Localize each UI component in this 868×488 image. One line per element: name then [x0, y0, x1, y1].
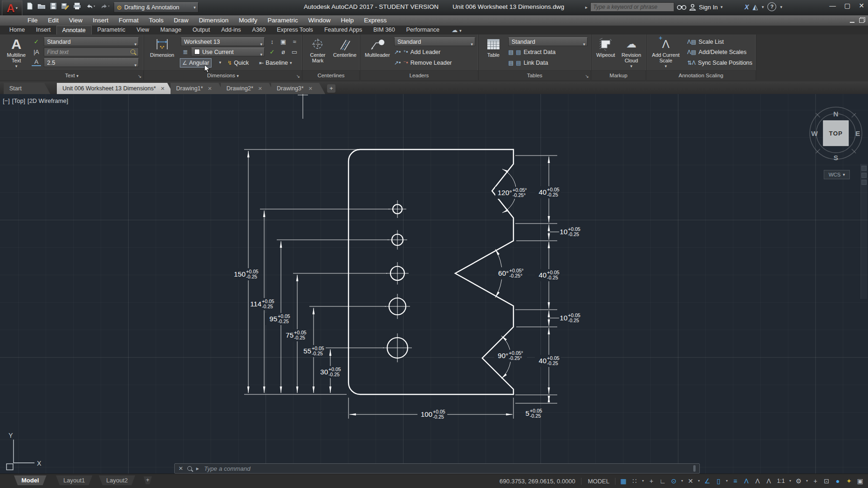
dim-break-icon[interactable]: ▣	[279, 37, 288, 46]
close-icon[interactable]: ✕	[308, 86, 313, 91]
search-input[interactable]	[590, 2, 674, 12]
scale-list-button[interactable]: Λ▤Scale List	[687, 37, 724, 46]
wipeout-button[interactable]: Wipeout	[594, 36, 618, 58]
doc-restore-button[interactable]	[859, 18, 864, 23]
dim-tolerance-icon[interactable]: ✓	[267, 47, 277, 56]
menu-format[interactable]: Format	[114, 15, 144, 26]
tab-parametric[interactable]: Parametric	[92, 26, 131, 34]
multiline-text-button[interactable]: A Multiline Text ▾	[3, 36, 30, 69]
tab-insert[interactable]: Insert	[30, 26, 56, 34]
new-layout-button[interactable]: +	[144, 476, 152, 484]
autoscale-icon[interactable]: Λ	[752, 476, 763, 486]
minimize-button[interactable]: —	[829, 2, 836, 9]
tab-start[interactable]: Start	[4, 83, 50, 94]
scale-menu-icon[interactable]: ▾	[788, 476, 793, 486]
quick-dimension-button[interactable]: ↯Quick	[226, 58, 251, 67]
tab-drawing1[interactable]: Drawing1*✕	[171, 83, 225, 94]
menu-edit[interactable]: Edit	[43, 15, 64, 26]
command-recent-icon[interactable]: ▸	[196, 465, 199, 472]
baseline-dimension-button[interactable]: ⇤Baseline▾	[257, 58, 294, 67]
multileader-style-combo[interactable]: Standard▾	[394, 37, 475, 46]
extract-data-button[interactable]: ▤▤Extract Data	[508, 47, 555, 56]
close-button[interactable]: ✕	[859, 2, 864, 9]
tab-drawing2[interactable]: Drawing2*✕	[221, 83, 275, 94]
tab-annotate[interactable]: Annotate	[56, 26, 92, 34]
dimensions-dialog-launcher-icon[interactable]: ↘	[296, 74, 300, 79]
menu-tools[interactable]: Tools	[144, 15, 169, 26]
model-tab[interactable]: Model	[14, 475, 47, 485]
search-expand-icon[interactable]: ▸	[585, 5, 588, 10]
open-file-icon[interactable]	[37, 2, 46, 10]
polar-menu-icon[interactable]: ▾	[680, 476, 684, 486]
save-as-icon[interactable]	[61, 2, 69, 10]
find-search-icon[interactable]	[130, 49, 135, 54]
tab-addins[interactable]: Add-ins	[216, 26, 246, 34]
save-icon[interactable]	[50, 2, 57, 10]
viewcube-north[interactable]: N	[834, 110, 839, 118]
sync-scale-positions-button[interactable]: ⇅ΛSync Scale Positions	[687, 58, 752, 67]
close-icon[interactable]: ✕	[258, 86, 262, 91]
dim-jog-line-icon[interactable]: ≈	[290, 37, 299, 46]
workspace-switcher[interactable]: ⚙ Drafting & Annotation ▾	[114, 2, 198, 13]
exchange-apps-icon[interactable]: X	[745, 3, 749, 11]
add-current-scale-button[interactable]: Λ+ Add Current Scale ▾	[650, 36, 682, 69]
table-style-combo[interactable]: Standard▾	[508, 37, 588, 46]
menu-dimension[interactable]: Dimension	[194, 15, 234, 26]
spell-check-icon[interactable]: ✓	[32, 37, 41, 46]
isolate-objects-icon[interactable]: ●	[833, 476, 843, 486]
navigation-bar-strip[interactable]	[861, 164, 867, 299]
text-height-combo[interactable]: 2.5▾	[44, 58, 139, 67]
menu-insert[interactable]: Insert	[88, 15, 114, 26]
viewcube[interactable]: N W E S TOP	[810, 107, 862, 162]
centerline-button[interactable]: Centerline	[332, 36, 357, 58]
tab-home[interactable]: Home	[4, 26, 30, 34]
object-snap-tracking-icon[interactable]: ∠	[702, 476, 712, 486]
viewcube-south[interactable]: S	[834, 154, 838, 162]
dimension-button[interactable]: Dimension	[147, 36, 177, 58]
menu-parametric[interactable]: Parametric	[262, 15, 303, 26]
menu-view[interactable]: View	[64, 15, 88, 26]
center-mark-button[interactable]: Center Mark	[305, 36, 331, 63]
panel-footer-leaders[interactable]: Leaders	[360, 70, 478, 80]
dim-style-combo[interactable]: Worksheet 13▾	[181, 37, 265, 46]
model-space-indicator[interactable]: MODEL	[582, 478, 615, 485]
model-space-canvas[interactable]: [−] [Top] [2D Wireframe]	[0, 94, 868, 474]
menu-window[interactable]: Window	[303, 15, 335, 26]
panel-footer-text[interactable]: Text ▾	[0, 70, 144, 80]
panel-footer-annotation-scaling[interactable]: Annotation Scaling	[646, 70, 756, 80]
dynamic-input-icon[interactable]: ▯	[713, 476, 724, 486]
new-drawing-button[interactable]: +	[327, 84, 335, 93]
annotation-scale-icon[interactable]: Λ	[764, 476, 774, 486]
add-leader-button[interactable]: ↗•⁺•Add Leader	[394, 47, 440, 56]
tab-drawing3[interactable]: Drawing3*✕	[271, 83, 325, 94]
sign-in-button[interactable]: Sign In▾	[699, 4, 723, 11]
dim-oblique-icon[interactable]: ø	[279, 47, 288, 56]
iso-menu-icon[interactable]: ▾	[697, 476, 701, 486]
redo-icon[interactable]	[100, 2, 110, 10]
tab-express-tools[interactable]: Express Tools	[271, 26, 319, 34]
command-close-icon[interactable]: ✕	[178, 465, 183, 472]
osnap-menu-icon[interactable]: ▾	[724, 476, 729, 486]
remove-leader-button[interactable]: ↗•⁻•Remove Leader	[394, 58, 452, 67]
tab-bim360[interactable]: BIM 360	[368, 26, 401, 34]
multileader-button[interactable]: Multileader	[362, 36, 392, 58]
plot-icon[interactable]	[73, 2, 81, 10]
viewcube-east[interactable]: E	[855, 129, 860, 137]
annotation-monitor-icon[interactable]: ⊡	[821, 476, 832, 486]
dim-adjust-space-icon[interactable]: ↕	[267, 37, 277, 46]
navbar-icon[interactable]	[861, 173, 867, 178]
panel-footer-markup[interactable]: Markup	[591, 70, 646, 80]
a360-icon[interactable]: ◭	[752, 3, 758, 11]
close-icon[interactable]: ✕	[161, 86, 165, 91]
isometric-drafting-icon[interactable]: ✕	[685, 476, 696, 486]
annotation-scale-value[interactable]: 1:1	[775, 476, 787, 486]
customization-icon[interactable]: +	[810, 476, 820, 486]
lineweight-icon[interactable]: ≡	[730, 476, 740, 486]
close-icon[interactable]: ✕	[208, 86, 212, 91]
workspace-gear-icon[interactable]: ⚙	[793, 476, 804, 486]
revision-cloud-button[interactable]: ☁ Revision Cloud ▾	[619, 36, 644, 69]
tab-a360[interactable]: A360	[246, 26, 271, 34]
text-dialog-launcher-icon[interactable]: ↘	[138, 74, 142, 79]
dim-layer-combo[interactable]: Use Current▾	[191, 47, 265, 56]
menu-modify[interactable]: Modify	[233, 15, 262, 26]
